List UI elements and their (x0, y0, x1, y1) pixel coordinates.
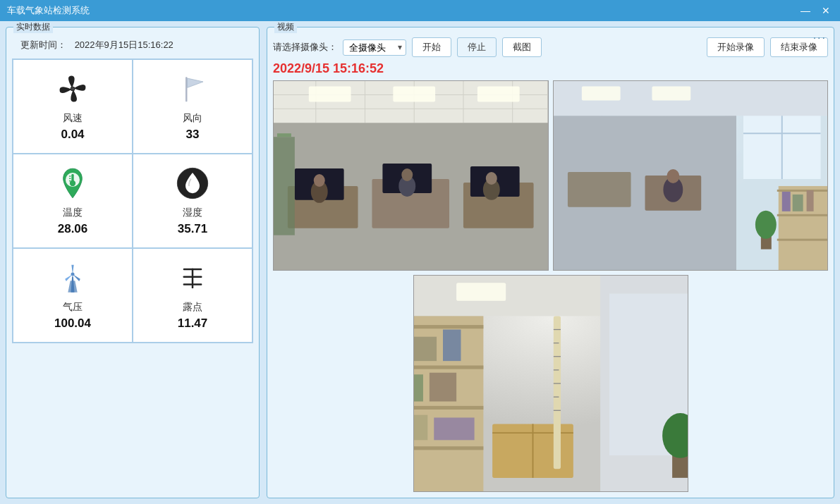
sensor-pressure: 气压 100.04 (13, 248, 133, 343)
video-grid (273, 80, 828, 492)
svg-rect-18 (193, 283, 202, 285)
camera-2-image (554, 81, 828, 270)
camera-select-wrapper[interactable]: 全摄像头摄像头1摄像头2摄像头3 (343, 39, 406, 56)
temp-icon (55, 166, 90, 201)
pressure-label: 气压 (63, 301, 83, 314)
svg-rect-64 (567, 172, 631, 207)
sensor-dew-point: 露点 11.47 (133, 248, 252, 343)
left-panel-title: 实时数据 (13, 21, 53, 33)
title-bar: 车载气象站检测系统 — ✕ (0, 0, 840, 21)
svg-rect-29 (393, 86, 435, 102)
svg-rect-80 (443, 330, 461, 362)
svg-rect-44 (274, 137, 295, 235)
screenshot-button[interactable]: 截图 (502, 37, 542, 57)
dew-icon (175, 260, 210, 295)
main-content: 实时数据 更新时间： 2022年9月15日15:16:22 (0, 21, 840, 504)
temperature-label: 温度 (63, 207, 83, 219)
sensor-wind-speed: 风速 0.04 (13, 59, 133, 154)
svg-rect-76 (414, 406, 483, 410)
wind-direction-value: 33 (186, 128, 200, 142)
camera-3-image (414, 276, 688, 491)
svg-rect-61 (581, 86, 620, 100)
svg-rect-56 (792, 195, 803, 211)
update-time-row: 更新时间： 2022年9月15日15:16:22 (12, 39, 253, 51)
stop-button[interactable]: 停止 (457, 37, 497, 57)
svg-point-59 (755, 211, 776, 239)
humidity-label: 湿度 (183, 207, 202, 219)
svg-rect-75 (414, 366, 483, 369)
video-frame-2 (553, 80, 829, 271)
svg-rect-88 (553, 316, 560, 469)
video-frame-3 (413, 275, 688, 492)
svg-rect-57 (806, 190, 813, 211)
sensor-wind-direction: 风向 33 (133, 59, 252, 154)
svg-rect-84 (434, 417, 474, 440)
camera-select[interactable]: 全摄像头摄像头1摄像头2摄像头3 (343, 39, 406, 56)
right-panel: 视频 ··· 请选择摄像头： 全摄像头摄像头1摄像头2摄像头3 开始 停止 截图… (267, 27, 834, 498)
svg-rect-52 (777, 190, 827, 192)
svg-rect-79 (414, 337, 437, 361)
svg-point-39 (314, 174, 325, 187)
svg-rect-53 (777, 214, 827, 216)
left-panel: 实时数据 更新时间： 2022年9月15日15:16:22 (6, 27, 260, 498)
video-controls: 请选择摄像头： 全摄像头摄像头1摄像头2摄像头3 开始 停止 截图 开始录像 结… (273, 37, 828, 57)
svg-rect-14 (192, 269, 194, 288)
wind-speed-label: 风速 (63, 112, 83, 125)
svg-rect-74 (414, 325, 483, 328)
dew-point-value: 11.47 (178, 316, 208, 331)
humid-icon (175, 166, 210, 201)
close-button[interactable]: ✕ (819, 6, 833, 16)
svg-point-67 (666, 169, 679, 183)
wind-speed-value: 0.04 (61, 128, 84, 142)
svg-marker-12 (68, 281, 77, 293)
wind-direction-label: 风向 (183, 112, 202, 125)
humidity-value: 35.71 (178, 222, 208, 236)
start-button[interactable]: 开始 (412, 37, 451, 57)
record-start-button[interactable]: 开始录像 (707, 37, 765, 57)
flag-icon (175, 71, 210, 106)
svg-rect-45 (277, 133, 291, 137)
svg-rect-16 (193, 276, 202, 278)
fan-icon (55, 71, 90, 106)
sensor-temperature: 温度 28.06 (13, 154, 133, 248)
svg-rect-70 (456, 283, 506, 301)
svg-rect-54 (777, 239, 827, 241)
update-time-label: 更新时间： (20, 39, 66, 50)
app-title: 车载气象站检测系统 (7, 4, 90, 17)
svg-point-43 (486, 172, 497, 185)
update-time-value: 2022年9月15日15:16:22 (75, 39, 174, 50)
camera-label: 请选择摄像头： (273, 41, 337, 54)
pressure-value: 100.04 (54, 316, 91, 331)
more-options-icon[interactable]: ··· (813, 32, 827, 44)
svg-rect-28 (309, 86, 351, 102)
windmill-icon (55, 260, 90, 295)
svg-rect-30 (477, 86, 520, 102)
video-frame-1 (273, 80, 549, 271)
temperature-value: 28.06 (58, 222, 88, 236)
svg-rect-81 (414, 374, 423, 401)
svg-rect-82 (429, 373, 456, 402)
video-row-top (273, 80, 828, 271)
right-panel-title: 视频 (274, 21, 297, 33)
video-timestamp: 2022/9/15 15:16:52 (273, 61, 828, 76)
sensor-grid: 风速 0.04 风向 33 (12, 59, 253, 343)
minimize-button[interactable]: — (798, 6, 813, 16)
svg-rect-17 (183, 283, 193, 285)
window-controls: — ✕ (798, 6, 833, 16)
svg-rect-62 (652, 86, 690, 100)
svg-point-1 (71, 87, 75, 91)
sensor-humidity: 湿度 35.71 (133, 154, 252, 248)
video-row-bottom (273, 275, 828, 492)
svg-rect-15 (183, 276, 193, 278)
camera-1-image (274, 81, 548, 270)
svg-rect-77 (414, 446, 483, 450)
svg-point-41 (401, 168, 413, 181)
svg-rect-55 (781, 192, 790, 211)
svg-rect-83 (414, 415, 427, 441)
dew-point-label: 露点 (183, 301, 202, 314)
